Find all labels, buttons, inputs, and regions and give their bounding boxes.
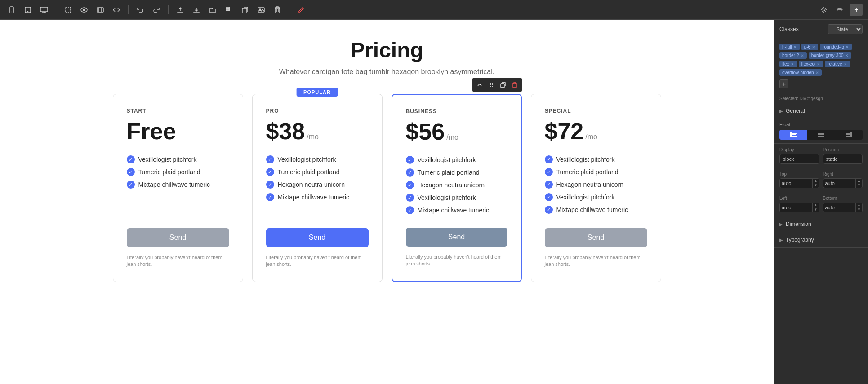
dimension-section[interactable]: ▶ Dimension — [774, 216, 868, 232]
check-icon: ✓ — [127, 168, 135, 176]
add-class-button[interactable]: + — [779, 79, 788, 88]
top-increment[interactable]: ▲ — [813, 179, 819, 183]
image-icon[interactable] — [255, 4, 267, 16]
left-group: Left ▲ ▼ — [779, 196, 819, 212]
class-tag-flexcol[interactable]: flex-col ✕ — [799, 61, 823, 67]
left-input[interactable] — [780, 203, 812, 212]
left-increment[interactable]: ▲ — [813, 203, 819, 207]
typography-section[interactable]: ▶ Typography — [774, 232, 868, 248]
top-label: Top — [779, 172, 819, 177]
panel-classes-header: Classes - State - — [774, 20, 868, 39]
position-select[interactable]: static relative absolute fixed sticky — [823, 154, 863, 164]
trash-icon[interactable] — [271, 4, 284, 16]
class-tag-flex[interactable]: flex ✕ — [779, 61, 797, 67]
copy-page-icon[interactable] — [239, 4, 251, 16]
code-icon[interactable] — [110, 4, 123, 16]
preview-icon[interactable] — [78, 4, 90, 16]
download-icon[interactable] — [190, 4, 203, 16]
remove-class-hfull[interactable]: ✕ — [793, 45, 797, 49]
class-tag-roundedlg[interactable]: rounded-lg ✕ — [820, 44, 852, 50]
settings-icon[interactable] — [818, 4, 830, 16]
remove-class-roundedlg[interactable]: ✕ — [846, 45, 849, 49]
bottom-decrement[interactable]: ▼ — [856, 207, 862, 212]
drag-handle-button[interactable] — [486, 79, 497, 90]
mobile-icon[interactable] — [5, 4, 18, 16]
class-tag-hfull[interactable]: h-full ✕ — [779, 44, 800, 50]
pen-icon[interactable] — [295, 4, 307, 16]
svg-rect-16 — [228, 9, 230, 11]
class-tag-border2[interactable]: border-2 ✕ — [779, 52, 807, 59]
redo-icon[interactable] — [150, 4, 163, 16]
left-decrement[interactable]: ▼ — [813, 207, 819, 212]
svg-point-24 — [490, 83, 491, 84]
display-select[interactable]: block inline flex grid none — [779, 154, 819, 164]
pricing-card-special[interactable]: SPECIAL $72 /mo ✓Vexillologist pitchfork… — [531, 94, 661, 282]
float-none-button[interactable] — [807, 130, 835, 140]
feature-item: ✓Tumeric plaid portland — [266, 168, 369, 176]
move-up-button[interactable] — [474, 79, 485, 90]
plan-note-business: Literally you probably haven't heard of … — [406, 254, 507, 268]
svg-point-3 — [27, 11, 28, 12]
feature-item: ✓Mixtape chillwave tumeric — [545, 206, 647, 214]
right-decrement[interactable]: ▼ — [856, 183, 862, 188]
tablet-icon[interactable] — [22, 4, 34, 16]
pro-card-wrapper: POPULAR PRO $38 /mo ✓Vexillologist pitch… — [252, 94, 383, 282]
card-action-toolbar — [472, 78, 522, 92]
display-group: Display block inline flex grid none — [779, 147, 819, 164]
remove-class-border2[interactable]: ✕ — [801, 53, 804, 58]
float-left-button[interactable] — [779, 130, 807, 140]
bottom-input-wrapper: ▲ ▼ — [823, 203, 863, 212]
top-input[interactable] — [780, 179, 812, 188]
general-section-header[interactable]: ▶ General — [774, 104, 868, 118]
pricing-card-business[interactable]: BUSINESS $56 /mo ✓Vexillologist pitchfor… — [392, 94, 522, 282]
separator-1 — [56, 5, 56, 14]
left-stepper: ▲ ▼ — [812, 203, 819, 212]
add-page-icon[interactable]: + — [850, 4, 863, 16]
delete-element-button[interactable] — [509, 79, 520, 90]
duplicate-button[interactable] — [498, 79, 508, 90]
remove-class-ovhidden[interactable]: ✕ — [815, 71, 819, 75]
cta-button-business[interactable]: Send — [406, 228, 507, 247]
remove-class-flexcol[interactable]: ✕ — [817, 62, 820, 66]
remove-class-bordergray300[interactable]: ✕ — [845, 53, 849, 58]
bottom-input[interactable] — [823, 203, 856, 212]
remove-class-flex[interactable]: ✕ — [791, 62, 794, 66]
feature-item: ✓Vexillologist pitchfork — [545, 155, 647, 163]
apps-icon[interactable] — [223, 4, 235, 16]
svg-rect-39 — [850, 132, 852, 137]
share-icon[interactable] — [834, 4, 846, 16]
class-tag-p6[interactable]: p-6 ✕ — [801, 44, 818, 50]
folder-icon[interactable] — [206, 4, 219, 16]
plan-note-pro: Literally you probably haven't heard of … — [266, 254, 369, 268]
cta-button-start[interactable]: Send — [127, 228, 229, 247]
price-amount-pro: $38 — [266, 118, 305, 145]
right-input[interactable] — [823, 179, 856, 188]
remove-class-p6[interactable]: ✕ — [812, 45, 815, 49]
breakpoint-icon[interactable] — [94, 4, 107, 16]
float-right-button[interactable] — [835, 130, 863, 140]
class-tag-relative[interactable]: relative ✕ — [825, 61, 850, 67]
float-label: Float — [779, 122, 863, 127]
class-tag-bordergray300[interactable]: border-gray-300 ✕ — [809, 52, 851, 59]
right-increment[interactable]: ▲ — [856, 179, 862, 183]
top-decrement[interactable]: ▼ — [813, 183, 819, 188]
classes-container: h-full ✕ p-6 ✕ rounded-lg ✕ border-2 ✕ — [774, 39, 868, 93]
upload-icon[interactable] — [174, 4, 187, 16]
pricing-card-start[interactable]: START Free ✓ Vexillologist pitchfork ✓ T… — [113, 94, 243, 282]
check-icon: ✓ — [127, 155, 135, 163]
desktop-icon[interactable] — [38, 4, 50, 16]
bottom-increment[interactable]: ▲ — [856, 203, 862, 207]
svg-rect-30 — [501, 84, 504, 88]
remove-class-relative[interactable]: ✕ — [844, 62, 847, 66]
cta-button-special[interactable]: Send — [545, 228, 647, 247]
cta-button-pro[interactable]: Send — [266, 228, 369, 247]
select-icon[interactable] — [62, 4, 74, 16]
pricing-card-pro[interactable]: PRO $38 /mo ✓Vexillologist pitchfork ✓Tu… — [252, 94, 383, 282]
class-tag-ovhidden[interactable]: overflow-hidden ✕ — [779, 69, 822, 76]
svg-point-23 — [823, 9, 825, 11]
feature-item: ✓ Mixtape chillwave tumeric — [127, 181, 229, 189]
state-dropdown[interactable]: - State - — [828, 24, 863, 34]
undo-icon[interactable] — [134, 4, 147, 16]
svg-rect-4 — [40, 7, 48, 12]
plan-note-special: Literally you probably haven't heard of … — [545, 254, 647, 268]
